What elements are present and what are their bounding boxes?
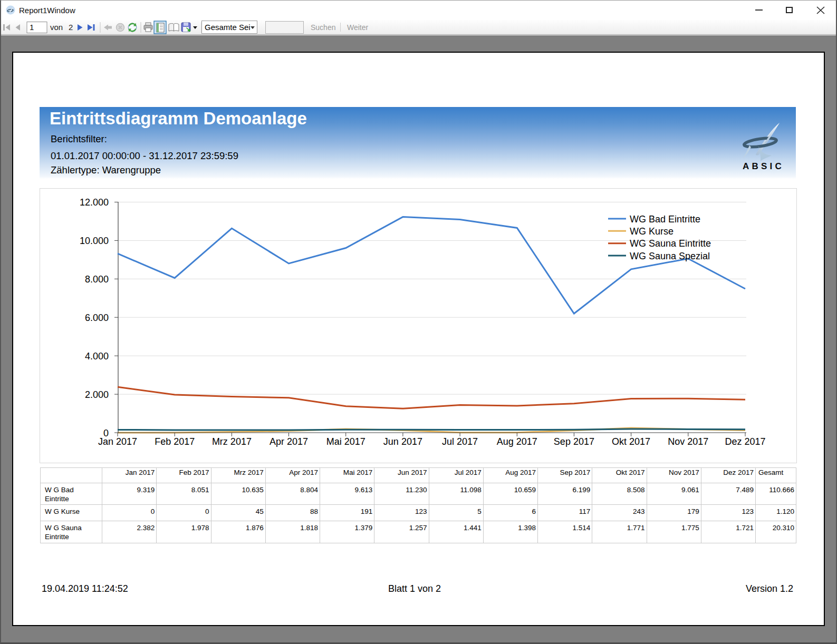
- svg-text:Mai 2017: Mai 2017: [326, 436, 365, 447]
- svg-text:Nov 2017: Nov 2017: [668, 436, 708, 447]
- svg-text:von: von: [50, 23, 63, 32]
- svg-text:8.000: 8.000: [85, 274, 109, 285]
- svg-text:1: 1: [30, 23, 34, 32]
- svg-text:Feb 2017: Feb 2017: [155, 436, 195, 447]
- svg-text:WG Bad Eintritte: WG Bad Eintritte: [630, 214, 700, 225]
- svg-text:4.000: 4.000: [85, 351, 109, 362]
- svg-text:ABSIC: ABSIC: [743, 161, 784, 171]
- svg-text:12.000: 12.000: [80, 197, 109, 208]
- svg-text:Jul 2017: Jul 2017: [442, 436, 478, 447]
- svg-text:Okt 2017: Okt 2017: [612, 436, 650, 447]
- svg-text:2: 2: [69, 23, 73, 32]
- svg-text:Jan 2017: Jan 2017: [98, 436, 137, 447]
- svg-text:WG Kurse: WG Kurse: [630, 226, 674, 237]
- svg-text:Apr 2017: Apr 2017: [270, 436, 308, 447]
- svg-text:WG Sauna Eintritte: WG Sauna Eintritte: [630, 238, 711, 249]
- svg-text:6.000: 6.000: [85, 313, 109, 323]
- svg-text:Dez 2017: Dez 2017: [725, 436, 765, 447]
- svg-text:2.000: 2.000: [85, 389, 109, 400]
- svg-text:Sep 2017: Sep 2017: [554, 436, 594, 447]
- svg-text:10.000: 10.000: [80, 236, 109, 246]
- svg-text:Jun 2017: Jun 2017: [383, 436, 422, 447]
- svg-text:Mrz 2017: Mrz 2017: [212, 436, 252, 447]
- svg-text:WG Sauna Spezial: WG Sauna Spezial: [630, 251, 710, 261]
- svg-text:Aug 2017: Aug 2017: [497, 436, 537, 447]
